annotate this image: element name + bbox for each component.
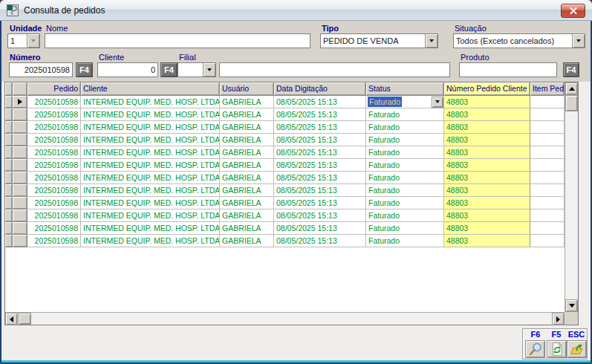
row-fixed-cell[interactable] [5,134,13,146]
row-indicator-cell[interactable] [13,146,27,159]
cell-numero-pedido-cliente[interactable]: 48803 [444,172,530,184]
cliente-f4-button[interactable]: F4 [160,62,178,77]
cell-item-pedido[interactable] [530,108,565,121]
cell-numero-pedido-cliente[interactable]: 48803 [444,235,530,247]
cell-status[interactable]: Faturado [366,134,444,146]
table-row[interactable]: 2025010598INTERMED EQUIP. MED. HOSP. LTD… [5,172,565,184]
numero-input[interactable] [9,62,73,77]
exit-button[interactable] [567,340,587,358]
row-indicator-cell[interactable] [13,197,27,209]
cell-item-pedido[interactable] [530,146,565,159]
row-fixed-cell[interactable] [5,146,13,159]
cell-item-pedido[interactable] [530,159,565,172]
cell-data-digitacao[interactable]: 08/05/2025 15:13 [274,146,366,159]
cell-usuario[interactable]: GABRIELA [220,134,274,146]
scroll-left-button[interactable] [5,313,18,325]
table-row[interactable]: 2025010598INTERMED EQUIP. MED. HOSP. LTD… [5,197,565,209]
row-fixed-cell[interactable] [5,172,13,184]
cell-usuario[interactable]: GABRIELA [220,96,274,108]
cell-cliente[interactable]: INTERMED EQUIP. MED. HOSP. LTDA [81,146,220,159]
cell-cliente[interactable]: INTERMED EQUIP. MED. HOSP. LTDA [81,159,220,172]
cell-item-pedido[interactable] [530,121,565,134]
cell-status[interactable]: Faturado [366,172,444,184]
row-indicator-cell[interactable] [13,209,27,222]
cell-status[interactable]: Faturado [366,184,444,197]
cell-numero-pedido-cliente[interactable]: 48803 [444,209,530,222]
table-row[interactable]: 2025010598INTERMED EQUIP. MED. HOSP. LTD… [5,222,565,235]
row-indicator-cell[interactable] [13,222,27,235]
cell-data-digitacao[interactable]: 08/05/2025 15:13 [274,197,366,209]
produto-f4-button[interactable]: F4 [563,62,579,77]
cell-status[interactable]: Faturado [366,209,444,222]
row-fixed-cell[interactable] [5,96,13,108]
cell-usuario[interactable]: GABRIELA [220,209,274,222]
refresh-button[interactable] [547,340,567,358]
cell-cliente[interactable]: INTERMED EQUIP. MED. HOSP. LTDA [81,96,220,108]
cell-usuario[interactable]: GABRIELA [220,235,274,247]
row-indicator-cell[interactable] [13,121,27,134]
table-row[interactable]: 2025010598INTERMED EQUIP. MED. HOSP. LTD… [5,134,565,146]
cell-usuario[interactable]: GABRIELA [220,159,274,172]
row-fixed-cell[interactable] [5,184,13,197]
cell-data-digitacao[interactable]: 08/05/2025 15:13 [274,209,366,222]
cell-numero-pedido-cliente[interactable]: 48803 [444,184,530,197]
cell-usuario[interactable]: GABRIELA [220,146,274,159]
table-row[interactable]: 2025010598INTERMED EQUIP. MED. HOSP. LTD… [5,159,565,172]
scroll-down-button[interactable] [565,299,578,312]
unidade-select[interactable]: 1 [7,33,40,48]
filial-descricao-input[interactable] [219,62,450,77]
cell-data-digitacao[interactable]: 08/05/2025 15:13 [274,159,366,172]
cell-numero-pedido-cliente[interactable]: 48803 [444,159,530,172]
search-button[interactable] [525,340,545,358]
row-indicator-cell[interactable] [13,235,27,247]
cell-status[interactable]: Faturado [366,235,444,247]
cell-item-pedido[interactable] [530,184,565,197]
cell-cliente[interactable]: INTERMED EQUIP. MED. HOSP. LTDA [81,121,220,134]
situacao-select[interactable]: Todos (Exceto cancelados) [453,33,585,48]
cliente-input[interactable] [97,62,158,77]
cell-usuario[interactable]: GABRIELA [220,222,274,235]
cell-pedido[interactable]: 2025010598 [27,146,81,159]
table-row[interactable]: 2025010598INTERMED EQUIP. MED. HOSP. LTD… [5,209,565,222]
cell-status[interactable]: Faturado [366,96,444,108]
row-fixed-cell[interactable] [5,159,13,172]
produto-input[interactable] [459,62,557,77]
cell-usuario[interactable]: GABRIELA [220,184,274,197]
vertical-scroll-thumb[interactable] [565,95,578,111]
cell-numero-pedido-cliente[interactable]: 48803 [444,121,530,134]
cell-cliente[interactable]: INTERMED EQUIP. MED. HOSP. LTDA [81,172,220,184]
cell-cliente[interactable]: INTERMED EQUIP. MED. HOSP. LTDA [81,209,220,222]
cell-item-pedido[interactable] [530,172,565,184]
cell-pedido[interactable]: 2025010598 [27,108,81,121]
cell-data-digitacao[interactable]: 08/05/2025 15:13 [274,172,366,184]
row-indicator-cell[interactable] [13,96,27,108]
situacao-dropdown-button[interactable] [572,34,585,48]
cell-item-pedido[interactable] [530,222,565,235]
cell-status[interactable]: Faturado [366,108,444,121]
cell-cliente[interactable]: INTERMED EQUIP. MED. HOSP. LTDA [81,235,220,247]
cell-status[interactable]: Faturado [366,197,444,209]
cell-data-digitacao[interactable]: 08/05/2025 15:13 [274,134,366,146]
scroll-right-button[interactable] [552,313,565,325]
filial-select[interactable] [178,62,216,77]
table-row[interactable]: 2025010598INTERMED EQUIP. MED. HOSP. LTD… [5,108,565,121]
cell-numero-pedido-cliente[interactable]: 48803 [444,96,530,108]
cell-cliente[interactable]: INTERMED EQUIP. MED. HOSP. LTDA [81,184,220,197]
cell-cliente[interactable]: INTERMED EQUIP. MED. HOSP. LTDA [81,222,220,235]
cell-numero-pedido-cliente[interactable]: 48803 [444,197,530,209]
cell-pedido[interactable]: 2025010598 [27,134,81,146]
cell-pedido[interactable]: 2025010598 [27,222,81,235]
horizontal-scrollbar[interactable] [5,312,565,325]
row-fixed-cell[interactable] [5,235,13,247]
cell-numero-pedido-cliente[interactable]: 48803 [444,146,530,159]
row-indicator-cell[interactable] [13,172,27,184]
cell-usuario[interactable]: GABRIELA [220,108,274,121]
cell-data-digitacao[interactable]: 08/05/2025 15:13 [274,222,366,235]
tipo-select[interactable]: PEDIDO DE VENDA [320,33,438,48]
table-row[interactable]: 2025010598INTERMED EQUIP. MED. HOSP. LTD… [5,96,565,108]
cell-cliente[interactable]: INTERMED EQUIP. MED. HOSP. LTDA [81,197,220,209]
cell-status[interactable]: Faturado [366,159,444,172]
nome-input[interactable] [45,33,310,48]
cell-item-pedido[interactable] [530,134,565,146]
cell-data-digitacao[interactable]: 08/05/2025 15:13 [274,184,366,197]
